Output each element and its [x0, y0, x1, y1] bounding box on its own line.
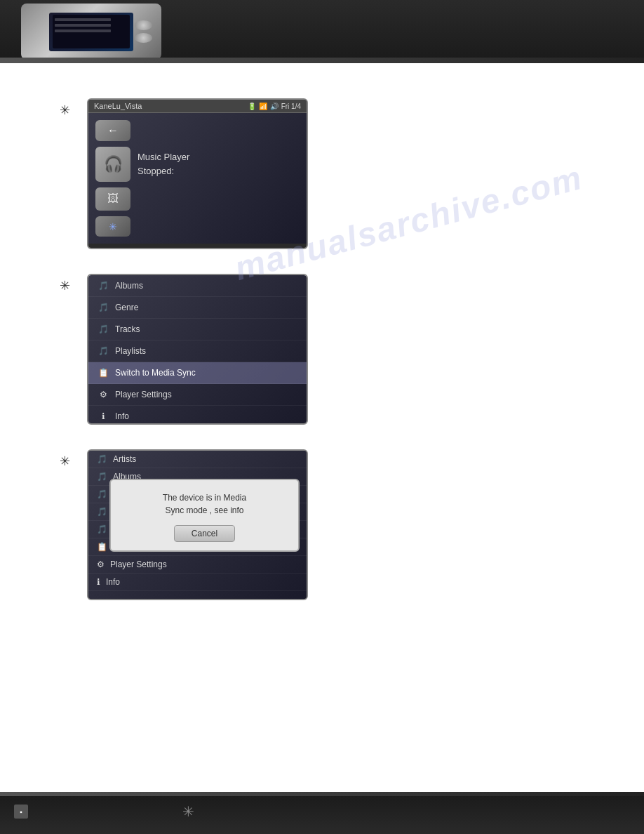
ss3-tracks-icon: 🎵: [97, 507, 107, 517]
tracks-icon: 🎵: [97, 323, 109, 336]
menu-item-playlists[interactable]: 🎵 Playlists: [88, 340, 307, 362]
ss3-info-label: Info: [106, 577, 120, 587]
ss1-body: ← 🎧 Music Player Stopped: 🖼 ✳: [88, 113, 307, 244]
device-button-middle: [135, 33, 152, 43]
menu-item-albums[interactable]: 🎵 Albums: [88, 275, 307, 297]
bottom-icon-square: ▪: [14, 805, 28, 819]
ss1-bluetooth-button[interactable]: ✳: [95, 216, 130, 237]
genre-icon: 🎵: [97, 301, 109, 314]
ss3-settings-icon: ⚙: [97, 560, 105, 569]
ss3-albums-icon: 🎵: [97, 472, 107, 482]
battery-icon: 🔋: [248, 102, 256, 110]
playlists-icon: 🎵: [97, 345, 109, 357]
ss3-playlists-icon: 🎵: [97, 524, 107, 534]
genre-label: Genre: [115, 303, 138, 312]
info-icon: ℹ: [97, 410, 109, 423]
screenshot-3: 🎵 Artists 🎵 Albums 🎵 Genre 🎵 Tracks 🎵: [87, 449, 308, 600]
ss1-date: Fri 1/4: [281, 102, 301, 110]
ss1-header-icons: 🔋 📶 🔊 Fri 1/4: [248, 102, 301, 110]
bottom-asterisk-icon: ✳: [182, 803, 194, 820]
ss1-header: KaneLu_Vista 🔋 📶 🔊 Fri 1/4: [88, 100, 307, 113]
dialog-message: The device is in Media Sync mode , see i…: [163, 491, 246, 517]
ss1-player-text: Music Player Stopped:: [137, 150, 189, 178]
switch-sync-icon: 📋: [97, 366, 109, 379]
section-3-icon: ✳: [56, 453, 73, 470]
top-header-bar: [0, 0, 644, 63]
menu-item-player-settings[interactable]: ⚙ Player Settings: [88, 384, 307, 406]
ss3-switch-icon: 📋: [97, 542, 107, 552]
section-1-icon: ✳: [56, 102, 73, 119]
ss1-title: KaneLu_Vista: [94, 102, 142, 110]
player-settings-icon: ⚙: [97, 388, 109, 401]
device-button-area: [131, 11, 156, 53]
ss2-body: 🎵 Albums 🎵 Genre 🎵 Tracks 🎵 Playlists 📋: [88, 275, 307, 423]
bottom-bar: ▪ ✳: [0, 792, 644, 834]
section-1: ✳ KaneLu_Vista 🔋 📶 🔊 Fri 1/4 ←: [56, 98, 588, 249]
ss3-menu-player-settings: ⚙ Player Settings: [88, 556, 307, 574]
screen-text-line-3: [55, 29, 111, 32]
media-sync-dialog: The device is in Media Sync mode , see i…: [109, 479, 300, 552]
ss1-player-line2: Stopped:: [137, 164, 189, 178]
dialog-message-line1: The device is in Media: [163, 493, 246, 503]
device-image: [21, 4, 161, 60]
bottom-bar-content: ▪ ✳: [0, 796, 644, 827]
albums-label: Albums: [115, 281, 143, 291]
playlists-label: Playlists: [115, 346, 146, 356]
switch-media-sync-label: Switch to Media Sync: [115, 368, 196, 378]
section-2: ✳ 🎵 Albums 🎵 Genre 🎵 Tracks 🎵 Pl: [56, 274, 588, 425]
back-arrow-icon: ←: [107, 124, 119, 137]
dialog-message-line2: Sync mode , see info: [165, 505, 243, 515]
screen-text-line-2: [55, 24, 111, 27]
dialog-cancel-button[interactable]: Cancel: [174, 525, 235, 542]
device-screen: [49, 13, 133, 51]
ss1-player-line1: Music Player: [137, 150, 189, 164]
ss3-menu-artists: 🎵 Artists: [88, 451, 307, 468]
ss3-menu-info: ℹ Info: [88, 574, 307, 591]
info-label: Info: [115, 411, 129, 421]
menu-item-info[interactable]: ℹ Info: [88, 406, 307, 425]
ss3-artists-label: Artists: [113, 454, 136, 464]
headphone-icon: 🎧: [104, 155, 123, 173]
screenshot-2: 🎵 Albums 🎵 Genre 🎵 Tracks 🎵 Playlists 📋: [87, 274, 308, 425]
device-button-top: [135, 20, 152, 30]
ss1-headphone-button[interactable]: 🎧: [95, 147, 130, 182]
top-bar-stripe: [0, 58, 644, 63]
ss1-back-button[interactable]: ←: [95, 120, 130, 141]
device-screen-inner: [53, 15, 130, 48]
albums-icon: 🎵: [97, 279, 109, 292]
screen-text-line-1: [55, 18, 111, 21]
screenshot-1: KaneLu_Vista 🔋 📶 🔊 Fri 1/4 ← 🎧: [87, 98, 308, 249]
menu-item-tracks[interactable]: 🎵 Tracks: [88, 319, 307, 340]
player-settings-label: Player Settings: [115, 390, 172, 399]
ss1-photo-button[interactable]: 🖼: [95, 187, 130, 211]
ss1-player-row: 🎧 Music Player Stopped:: [95, 147, 300, 182]
volume-icon: 🔊: [270, 102, 279, 110]
section-3: ✳ 🎵 Artists 🎵 Albums 🎵 Genre 🎵 Tracks: [56, 449, 588, 600]
menu-item-switch-media-sync[interactable]: 📋 Switch to Media Sync: [88, 362, 307, 384]
ss3-body: 🎵 Artists 🎵 Albums 🎵 Genre 🎵 Tracks 🎵: [88, 451, 307, 599]
menu-item-genre[interactable]: 🎵 Genre: [88, 297, 307, 319]
ss3-artists-icon: 🎵: [97, 454, 107, 464]
signal-icon: 📶: [259, 102, 267, 110]
section-2-icon: ✳: [56, 277, 73, 294]
ss3-genre-icon: 🎵: [97, 489, 107, 499]
ss3-info-icon: ℹ: [97, 577, 100, 587]
main-content: manualsarchive.com ✳ KaneLu_Vista 🔋 📶 🔊 …: [0, 63, 644, 792]
tracks-label: Tracks: [115, 324, 140, 334]
bottom-square-icon: ▪: [20, 808, 22, 816]
ss3-settings-label: Player Settings: [110, 560, 167, 569]
photo-icon: 🖼: [107, 192, 119, 205]
bluetooth-icon: ✳: [109, 221, 117, 232]
